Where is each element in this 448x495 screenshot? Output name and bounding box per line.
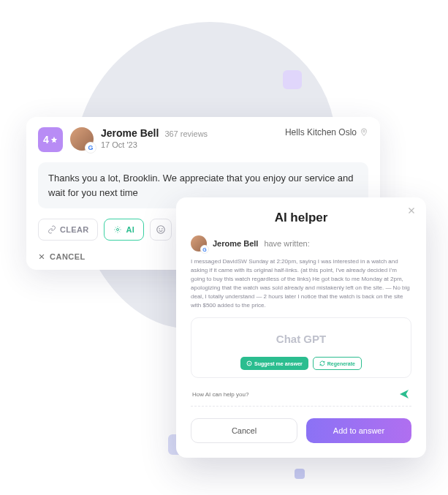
clear-button[interactable]: CLEAR <box>38 219 98 241</box>
close-icon <box>38 253 45 260</box>
written-label: have written: <box>264 239 309 248</box>
send-button[interactable] <box>398 388 410 400</box>
svg-point-1 <box>117 229 119 231</box>
quoted-author-name: Jerome Bell <box>213 239 258 248</box>
ai-prompt-input[interactable] <box>192 391 398 398</box>
link-icon <box>48 225 56 234</box>
panel-title: AI helper <box>191 211 411 225</box>
svg-point-2 <box>157 226 165 234</box>
review-location: Hells Kitchen Oslo <box>285 127 368 137</box>
add-to-answer-button[interactable]: Add to answer <box>306 418 411 443</box>
decorative-square <box>283 70 302 89</box>
review-header: 4 G Jerome Bell 367 reviews 17 Oct '23 H… <box>38 127 368 152</box>
avatar: G <box>191 235 207 252</box>
review-count: 367 reviews <box>164 129 208 138</box>
quoted-review-text: I messaged DavidSW Sunday at 2:20pm, say… <box>191 257 411 310</box>
smile-icon <box>156 224 166 235</box>
info-icon <box>246 360 252 366</box>
quoted-author-row: G Jerome Bell have written: <box>191 235 411 252</box>
author-name: Jerome Bell <box>101 127 159 139</box>
ai-engine-label: Chat GPT <box>199 333 403 345</box>
close-button[interactable] <box>407 206 416 215</box>
rating-badge: 4 <box>38 127 63 152</box>
author-block: Jerome Bell 367 reviews 17 Oct '23 <box>101 127 278 149</box>
google-badge-icon: G <box>200 245 209 254</box>
google-badge-icon: G <box>85 142 96 154</box>
svg-point-4 <box>162 229 162 230</box>
star-icon <box>50 136 58 143</box>
regenerate-button[interactable]: Regenerate <box>313 357 362 370</box>
svg-point-0 <box>363 130 365 132</box>
emoji-button[interactable] <box>150 219 172 241</box>
ai-output-box: Chat GPT Suggest me answer Regenerate <box>191 317 411 378</box>
rating-value: 4 <box>43 134 49 146</box>
review-date: 17 Oct '23 <box>101 140 278 149</box>
avatar: G <box>70 127 94 151</box>
ai-cancel-button[interactable]: Cancel <box>191 418 297 443</box>
ai-prompt-row <box>191 385 411 407</box>
location-pin-icon <box>360 128 368 137</box>
ai-button[interactable]: AI <box>104 219 144 241</box>
sparkle-icon <box>113 225 122 234</box>
decorative-square <box>295 469 305 479</box>
svg-point-3 <box>159 229 160 230</box>
ai-footer-actions: Cancel Add to answer <box>191 418 411 443</box>
ai-helper-panel: AI helper G Jerome Bell have written: I … <box>176 197 426 458</box>
refresh-icon <box>319 360 325 366</box>
suggest-answer-button[interactable]: Suggest me answer <box>240 357 308 370</box>
